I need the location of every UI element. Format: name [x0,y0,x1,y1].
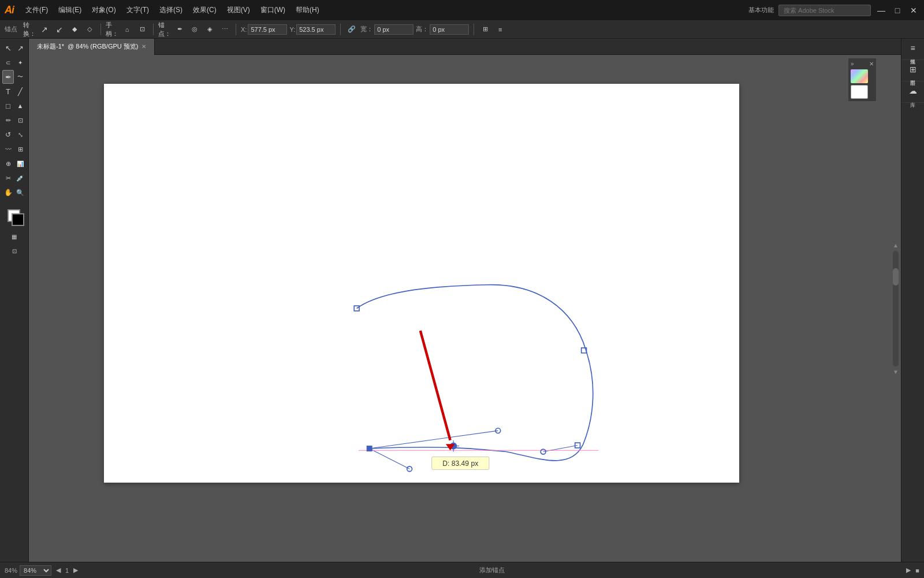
scroll-up-btn[interactable]: ▲ [893,242,899,249]
page-next-btn[interactable]: ▶ [73,566,78,574]
layers-panel-btn[interactable]: ⊞ 图层 [901,60,924,81]
select-tool[interactable]: ↖ [2,41,14,55]
toolbar: 锚点 转换： ↗ ↙ ◆ ◇ 手柄： ⌂ ⊡ 锚点： ✒ ◎ ◈ ⋯ X: Y:… [0,20,924,39]
anchor-corner-btn[interactable]: ◈ [203,23,216,36]
gradient-btn[interactable]: ▦ [3,229,26,243]
sep-5 [474,24,474,35]
page-prev-btn[interactable]: ◀ [56,566,61,574]
link-icon[interactable]: 🔗 [345,23,358,36]
handle-label: 手柄： [106,23,118,36]
menu-edit[interactable]: 编辑(E) [54,3,86,17]
menu-window[interactable]: 窗口(W) [256,3,290,17]
statusbar: 84% 84% 100% 50% ◀ 1 ▶ 添加锚点 ▶ ■ [0,562,924,578]
panel-close[interactable]: ✕ [869,61,874,67]
rect-tool[interactable]: □ [2,99,14,113]
menu-view[interactable]: 视图(V) [222,3,255,17]
y-input[interactable] [296,24,336,35]
stock-search-input[interactable] [778,5,871,16]
direct-select-tool[interactable]: ↗ [14,41,26,55]
sep-4 [340,24,341,35]
convert-btn-2[interactable]: ↙ [53,23,66,36]
warp-tools: 〰 ⊞ [2,142,26,156]
scrollbar[interactable] [893,251,899,366]
anchor-smooth-btn[interactable]: ◎ [188,23,201,36]
menu-effect[interactable]: 效果(C) [188,3,221,17]
handle-btn-2[interactable]: ⊡ [136,23,148,36]
chart-tool[interactable]: 📊 [14,157,26,171]
select-tools: ↖ ↗ [2,41,26,55]
menu-text[interactable]: 文字(T) [122,3,154,17]
minimize-button[interactable]: — [875,5,887,16]
handle-btn-1[interactable]: ⌂ [121,23,133,36]
tab-close-btn[interactable]: ✕ [141,43,146,50]
w-input[interactable] [374,24,413,35]
anchor-add-btn[interactable]: ✒ [173,23,186,36]
align-btn[interactable]: ⊞ [479,23,491,36]
y-label: Y: [289,26,295,33]
shape-builder-tool[interactable]: ⊕ [2,157,14,171]
screen-mode-btn[interactable]: ⊡ [3,244,26,258]
magic-wand-tool[interactable]: ✦ [14,55,26,69]
color-btn[interactable]: ■ [0,229,2,243]
zoom-tool[interactable]: 🔍 [14,186,26,199]
h-field: 高： [416,24,469,35]
convert-btn-4[interactable]: ◇ [83,23,96,36]
scroll-down-btn[interactable]: ▼ [893,369,899,375]
canvas-wrapper[interactable]: D: 83.49 px » ✕ ▲ ▼ [29,55,901,562]
maximize-button[interactable]: □ [892,5,903,16]
hand-tool[interactable]: ✋ [2,186,14,199]
warp-tool[interactable]: 〰 [2,142,14,156]
slice-tool[interactable]: ✂ [2,171,14,185]
stroke-color-swatch[interactable] [12,213,24,226]
tab-bar: 未标题-1* @ 84% (RGB/GPU 预览) ✕ [29,39,901,55]
status-text: 添加锚点 [83,566,901,575]
curvature-tool[interactable]: 〜 [14,70,26,84]
zoom-select[interactable]: 84% 100% 50% [20,565,51,576]
line-tool[interactable]: ╱ [14,84,26,98]
convert-btn-1[interactable]: ↗ [38,23,51,36]
eraser-tool[interactable]: ⊡ [14,113,26,127]
menu-help[interactable]: 帮助(H) [291,3,324,17]
white-swatch[interactable] [851,85,868,99]
anchor-extra-btn[interactable]: ⋯ [218,23,231,36]
titlebar: Ai 文件(F) 编辑(E) 对象(O) 文字(T) 选择(S) 效果(C) 视… [0,0,924,20]
properties-panel-btn[interactable]: ≡ 属性 [901,39,924,60]
lasso-tool[interactable]: ⊂ [2,55,14,69]
w-field: 宽： [360,24,413,35]
menu-select[interactable]: 选择(S) [155,3,187,17]
free-transform-tool[interactable]: ⊞ [14,142,26,156]
extra-btn[interactable]: ≡ [494,23,506,36]
menu-file[interactable]: 文件(F) [21,3,53,17]
type-tool[interactable]: T [2,84,14,98]
y-field: Y: [289,24,336,35]
scroll-controls: ▲ ▼ [893,242,899,375]
anchor-label: 锚点 [5,25,17,34]
scrollbar-thumb[interactable] [893,268,899,286]
menu-object[interactable]: 对象(O) [87,3,120,17]
tab-title: 未标题-1* [37,42,64,51]
h-input[interactable] [430,24,469,35]
x-input[interactable] [248,24,287,35]
document-tab[interactable]: 未标题-1* @ 84% (RGB/GPU 预览) ✕ [29,39,155,55]
color-wheel-icon[interactable] [851,69,868,83]
play-btn[interactable]: ▶ [906,566,911,574]
scale-tool[interactable]: ⤡ [14,128,26,142]
sep-1 [100,24,101,35]
library-panel-btn[interactable]: ☁ 库 [901,81,924,103]
close-button[interactable]: ✕ [908,5,919,16]
swatches-panel: » ✕ [848,58,877,102]
paint-bucket-tool[interactable]: ▲ [14,99,26,113]
library-icon: ☁ [909,86,917,95]
page-num: 1 [65,567,69,574]
w-label: 宽： [360,25,373,34]
stop-btn[interactable]: ■ [915,567,919,574]
workspace-label[interactable]: 基本功能 [748,6,774,14]
pen-tool[interactable]: ✒ [2,70,14,84]
panel-expand[interactable]: » [851,61,854,67]
brush-tool[interactable]: ✏ [2,113,14,127]
color-mode-buttons: ■ ▦ ╳ [0,229,29,243]
titlebar-right: 基本功能 — □ ✕ [748,5,919,16]
eyedropper-tool[interactable]: 💉 [14,171,26,185]
convert-btn-3[interactable]: ◆ [68,23,81,36]
rotate-tool[interactable]: ↺ [2,128,14,142]
